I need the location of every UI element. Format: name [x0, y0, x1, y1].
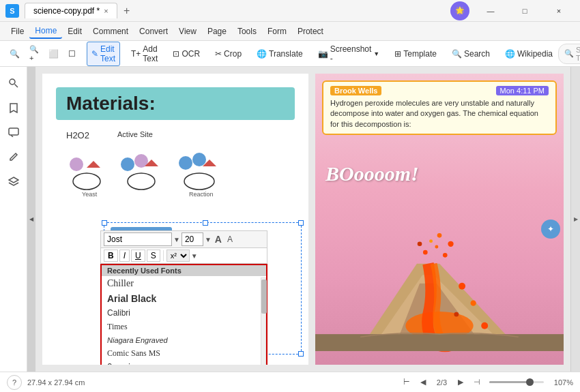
svg-point-21	[423, 250, 428, 255]
chat-time: Mon 4:11 PM	[496, 86, 549, 95]
svg-point-0	[10, 79, 15, 85]
font-item-courier[interactable]: Courier	[102, 361, 266, 365]
menu-form[interactable]: Form	[262, 25, 292, 38]
menu-convert[interactable]: Convert	[134, 25, 173, 38]
sidebar-icon-comment[interactable]	[3, 121, 25, 143]
underline-btn[interactable]: U	[131, 250, 145, 262]
font-size-arrow[interactable]: ▼	[205, 236, 212, 243]
menu-page[interactable]: Page	[202, 25, 232, 38]
materials-heading-text: Materials:	[66, 93, 285, 115]
crop-label: Crop	[224, 49, 242, 59]
float-icon-btn[interactable]: ✦	[541, 220, 560, 239]
translate-btn[interactable]: 🌐 Translate	[252, 47, 307, 61]
decrease-font-btn[interactable]: A	[225, 235, 235, 244]
document-tab[interactable]: science-copy.pdf * ×	[25, 3, 117, 18]
next-page-btn[interactable]: ▶	[454, 376, 467, 389]
svg-point-7	[128, 173, 155, 190]
format-sep	[163, 250, 164, 261]
font-list: Recently Used Fonts Chiller Arial Black …	[100, 264, 267, 365]
menu-file[interactable]: File	[5, 25, 29, 38]
maximize-btn[interactable]: □	[509, 0, 540, 22]
search-tools-icon: 🔍	[564, 49, 574, 58]
font-list-scrollbar[interactable]	[261, 277, 266, 365]
wikipedia-btn[interactable]: 🌐 Wikipedia	[501, 47, 557, 61]
scrollbar-thumb	[261, 280, 267, 314]
svg-text:Reaction: Reaction	[189, 191, 214, 198]
strikethrough-btn[interactable]: S	[147, 250, 160, 262]
search-label: Search	[464, 49, 490, 59]
screenshot-label: Screenshot -	[330, 44, 372, 63]
edit-text-label: Edit Text	[100, 44, 115, 63]
document-area: Materials: H2O2 Active Site Yeast	[35, 67, 580, 372]
font-item-niagara[interactable]: Niagara Engraved	[102, 334, 266, 346]
bold-btn[interactable]: B	[104, 250, 118, 262]
svg-point-23	[443, 253, 448, 258]
svg-point-28	[459, 283, 465, 290]
right-panel-toggle[interactable]: ▶	[570, 67, 580, 372]
menu-tools[interactable]: Tools	[232, 25, 262, 38]
edit-text-btn[interactable]: ✎ Edit Text	[87, 42, 120, 66]
page-nav: ⊢ ◀ 2/3 ▶ ⊣	[400, 376, 484, 389]
volcano-svg	[315, 174, 564, 365]
menu-home[interactable]: Home	[29, 24, 62, 39]
first-page-btn[interactable]: ⊢	[400, 376, 414, 389]
screenshot-btn[interactable]: 📷 Screenshot - ▼	[314, 42, 384, 65]
sidebar-icon-zoom[interactable]	[3, 72, 25, 94]
superscript-select[interactable]: x²	[166, 250, 190, 262]
ocr-btn[interactable]: ⊡ OCR	[169, 47, 204, 61]
cursor-btn[interactable]: ⬜	[44, 47, 63, 61]
font-item-calibri[interactable]: Calibri	[102, 306, 266, 320]
font-size-input[interactable]	[182, 232, 203, 246]
template-btn[interactable]: ⊞ Template	[390, 47, 441, 61]
font-item-arial-black[interactable]: Arial Black	[102, 291, 266, 306]
zoom-slider[interactable]	[489, 381, 544, 383]
font-item-comic-sans[interactable]: Comic Sans MS	[102, 346, 266, 361]
format-arrow[interactable]: ▼	[191, 252, 198, 260]
page-left: Materials: H2O2 Active Site Yeast	[42, 74, 308, 365]
minimize-btn[interactable]: —	[475, 0, 506, 22]
sidebar-icon-bookmark[interactable]	[3, 97, 25, 119]
font-name-input[interactable]	[104, 232, 172, 246]
increase-font-btn[interactable]: A	[213, 234, 224, 245]
search-tools-box[interactable]: 🔍 Search Tools	[558, 44, 580, 64]
page-right: Brook Wells Mon 4:11 PM Hydrogen peroxid…	[315, 74, 564, 365]
new-tab-btn[interactable]: +	[119, 3, 135, 19]
last-page-btn[interactable]: ⊣	[470, 376, 484, 389]
zoom-in-btn[interactable]: 🔍+	[25, 43, 43, 64]
font-dropdown-arrow[interactable]: ▼	[173, 236, 180, 243]
italic-btn[interactable]: I	[119, 250, 130, 262]
translate-label: Translate	[269, 49, 303, 59]
search-icon: 🔍	[452, 49, 462, 59]
sidebar-icon-edit[interactable]	[3, 146, 25, 168]
prev-page-btn[interactable]: ◀	[416, 376, 430, 389]
search-btn[interactable]: 🔍 Search	[448, 47, 494, 61]
add-text-btn[interactable]: T+ Add Text	[127, 42, 162, 65]
zoom-out-btn[interactable]: 🔍	[5, 47, 24, 61]
menu-comment[interactable]: Comment	[87, 25, 134, 38]
help-btn[interactable]: ?	[7, 375, 22, 390]
menu-view[interactable]: View	[173, 25, 202, 38]
menubar: File Home Edit Comment Convert View Page…	[0, 22, 580, 41]
font-item-times[interactable]: Times	[102, 320, 266, 334]
font-item-chiller[interactable]: Chiller	[102, 276, 266, 291]
page-collapse-btn[interactable]: ◀	[27, 67, 35, 372]
svg-point-3	[73, 173, 100, 190]
svg-point-26	[437, 233, 442, 238]
select-btn[interactable]: ☐	[64, 47, 80, 61]
sidebar-icon-layers[interactable]	[3, 170, 25, 192]
resize-handle-br[interactable]	[298, 351, 304, 357]
ocr-icon: ⊡	[173, 49, 179, 59]
menu-protect[interactable]: Protect	[292, 25, 329, 38]
molecule-3: Reaction	[172, 147, 227, 202]
menu-edit[interactable]: Edit	[62, 25, 87, 38]
left-sidebar	[0, 67, 27, 372]
search-tools-placeholder: Search Tools	[576, 46, 580, 62]
avatar[interactable]: 🌟	[450, 1, 469, 20]
svg-point-12	[179, 156, 192, 170]
titlebar: S science-copy.pdf * × + 🌟 — □ ×	[0, 0, 580, 22]
wikipedia-label: Wikipedia	[517, 49, 553, 59]
crop-btn[interactable]: ✂ Crop	[211, 47, 246, 61]
close-btn[interactable]: ×	[543, 0, 575, 22]
tab-close-btn[interactable]: ×	[104, 7, 108, 15]
resize-handle-tr[interactable]	[298, 220, 304, 226]
